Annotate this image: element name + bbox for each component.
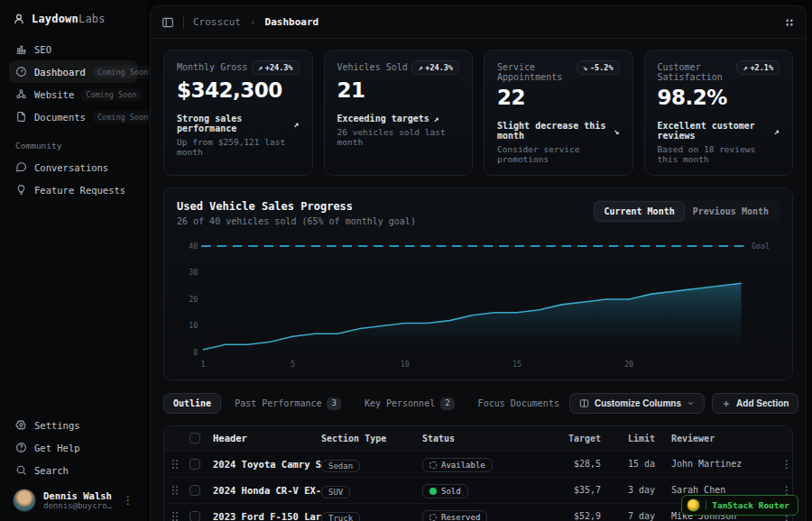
row-header-cell: 2023 Ford F-150 Lariat: [213, 511, 321, 521]
toggle-previous-month[interactable]: Previous Month: [684, 202, 778, 221]
status-loader-icon: [429, 462, 437, 469]
chevron-down-icon: [687, 399, 695, 407]
sales-progress-card: Used Vehicle Sales Progress 26 of 40 veh…: [163, 187, 793, 380]
stat-card-vehicles-sold: Vehicles Sold ↗+24.3% 21 Exceeding targe…: [324, 50, 474, 176]
select-all-checkbox[interactable]: [189, 433, 200, 443]
main-panel: Crosscut › Dashboard Monthly Gross ↗+24.…: [150, 5, 807, 521]
limit-cell: 3 day: [601, 485, 655, 495]
table-header-row: Header Section Type Status Target Limit …: [164, 426, 792, 451]
user-kebab-icon[interactable]: ⋮: [123, 495, 134, 506]
file-icon: [15, 111, 27, 123]
tab-outline[interactable]: Outline: [163, 393, 221, 414]
sidebar-item-label: Dashboard: [34, 67, 86, 78]
sidebar-item-search[interactable]: Search: [9, 459, 137, 481]
brand[interactable]: LaydownLabs: [9, 9, 137, 38]
stat-value: $342,300: [177, 78, 300, 102]
sidebar-item-get-help[interactable]: Get Help: [9, 436, 137, 459]
stat-footnote-muted: Up from $259,121 last month: [177, 137, 300, 157]
tab-focus-documents[interactable]: Focus Documents: [468, 393, 569, 414]
sidebar-item-label: Conversations: [34, 162, 108, 173]
sidebar-toggle-icon[interactable]: [161, 16, 174, 29]
sidebar-item-dashboard[interactable]: Dashboard Coming Soon: [9, 60, 137, 83]
reviewer-cell: Sarah Chen: [655, 485, 761, 495]
user-email: dennis@buycrosscut.com: [43, 501, 115, 510]
drag-handle-icon[interactable]: [164, 459, 186, 470]
trend-up-icon: ↗: [774, 126, 780, 136]
stat-label: Vehicles Sold: [337, 60, 408, 72]
column-header[interactable]: Header: [213, 433, 321, 443]
trend-up-icon: ↗: [293, 119, 299, 129]
row-checkbox[interactable]: [189, 459, 200, 470]
reviewer-cell: John Martinez: [655, 459, 761, 469]
svg-text:30: 30: [189, 268, 198, 277]
topbar: Crosscut › Dashboard: [151, 6, 806, 39]
user-name: Dennis Walsh: [43, 490, 115, 501]
status-badge: Available: [422, 458, 493, 472]
area-chart: Goal 010203040 15101520: [177, 235, 780, 372]
toggle-current-month[interactable]: Current Month: [595, 202, 683, 221]
coming-soon-badge: Coming Soon: [93, 66, 152, 78]
user-meta: Dennis Walsh dennis@buycrosscut.com: [43, 490, 115, 510]
status-badge: Reserved: [422, 510, 487, 521]
row-header-cell: 2024 Toyota Camry SE: [213, 459, 321, 470]
trend-up-icon: ↗: [434, 114, 439, 123]
row-header-cell: 2024 Honda CR-V EX-L: [213, 485, 321, 496]
sidebar-item-feature-requests[interactable]: Feature Requests: [9, 178, 137, 201]
range-toggle: Current Month Previous Month: [593, 200, 780, 223]
drag-handle-icon[interactable]: [164, 485, 186, 496]
tab-key-personnel[interactable]: Key Personnel2: [355, 392, 465, 416]
trend-badge: ↗+24.3%: [252, 60, 300, 75]
sidebar-item-documents[interactable]: Documents Coming Soon: [9, 105, 137, 128]
limit-cell: 15 da: [601, 459, 655, 469]
columns-icon: [579, 398, 589, 408]
column-section-type[interactable]: Section Type: [321, 434, 422, 443]
area-fill: [203, 283, 742, 352]
sidebar-item-settings[interactable]: Settings: [9, 414, 137, 436]
brand-name: LaydownLabs: [32, 13, 106, 25]
table-row[interactable]: 2024 Toyota Camry SE Sedan Available $28…: [164, 451, 792, 477]
column-limit[interactable]: Limit: [601, 434, 655, 443]
row-kebab-icon[interactable]: ⋮: [781, 485, 792, 496]
grip-icon[interactable]: [784, 17, 795, 28]
stat-footnote-muted: Consider service promotions: [497, 144, 620, 164]
sidebar-item-website[interactable]: Website Coming Soon: [9, 83, 137, 105]
chart-title: Used Vehicle Sales Progress: [177, 200, 416, 213]
trend-up-icon: ↗: [258, 63, 263, 72]
column-status[interactable]: Status: [422, 434, 534, 443]
row-kebab-icon[interactable]: ⋮: [781, 459, 792, 470]
user-logo-icon: [13, 13, 25, 25]
svg-text:40: 40: [189, 242, 198, 251]
goal-label: Goal: [752, 242, 770, 251]
row-checkbox[interactable]: [189, 511, 200, 521]
sidebar-item-label: Documents: [34, 112, 86, 123]
sidebar-item-seo[interactable]: SEO: [9, 38, 137, 60]
help-circle-icon: [15, 442, 27, 453]
trend-badge: ↘-5.2%: [577, 60, 620, 75]
limit-cell: 7 day: [601, 511, 655, 521]
user-menu[interactable]: Dennis Walsh dennis@buycrosscut.com ⋮: [9, 481, 137, 514]
trend-badge: ↗+2.1%: [736, 60, 780, 75]
tab-past-performance[interactable]: Past Performance3: [225, 392, 351, 416]
row-checkbox[interactable]: [189, 485, 200, 496]
target-cell: $28,5: [534, 459, 601, 469]
breadcrumb-parent[interactable]: Crosscut: [193, 16, 241, 28]
stat-card-customer-satisfaction: Customer Satisfaction ↗+2.1% 98.2% Excel…: [644, 50, 794, 176]
column-reviewer[interactable]: Reviewer: [655, 434, 761, 443]
breadcrumb-current: Dashboard: [265, 16, 319, 28]
content: Monthly Gross ↗+24.3% $342,300 Strong sa…: [151, 39, 806, 521]
add-section-button[interactable]: Add Section: [712, 393, 798, 414]
sidebar-item-label: Settings: [34, 420, 80, 431]
sidebar-item-label: Search: [34, 465, 69, 476]
tanstack-logo-icon: [687, 498, 700, 512]
customize-columns-button[interactable]: Customize Columns: [569, 393, 705, 414]
stat-value: 21: [337, 78, 460, 102]
drag-handle-icon[interactable]: [164, 511, 186, 521]
community-section-label: Community: [15, 141, 131, 151]
tanstack-router-devtools-badge[interactable]: TanStack Router: [681, 495, 798, 516]
sidebar-item-conversations[interactable]: Conversations: [9, 156, 137, 178]
gear-icon: [15, 419, 27, 431]
trend-up-icon: ↗: [418, 63, 422, 72]
column-target[interactable]: Target: [534, 434, 601, 443]
stat-footnote-strong: Excellent customer reviews↗: [658, 121, 780, 141]
stat-footnote-muted: 26 vehicles sold last month: [337, 127, 460, 147]
